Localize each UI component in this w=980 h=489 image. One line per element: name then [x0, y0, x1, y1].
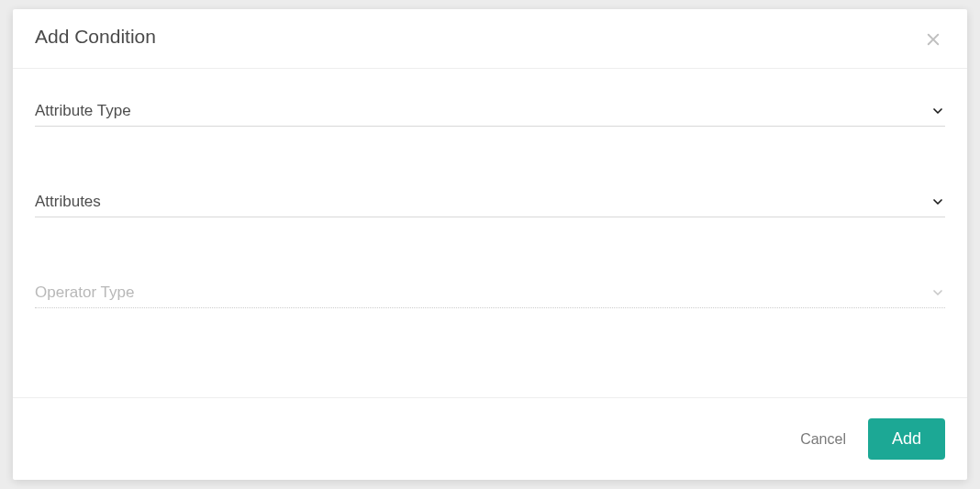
modal-header: Add Condition	[13, 9, 967, 69]
attribute-type-select[interactable]: Attribute Type	[35, 102, 945, 127]
cancel-button[interactable]: Cancel	[800, 431, 846, 448]
modal-body: Attribute Type Attributes Operator Type	[13, 69, 967, 397]
add-button[interactable]: Add	[868, 418, 945, 460]
add-condition-modal: Add Condition Attribute Type Attributes	[13, 9, 967, 480]
modal-title: Add Condition	[35, 26, 156, 48]
close-icon[interactable]	[921, 28, 945, 51]
operator-type-label: Operator Type	[35, 283, 134, 302]
attributes-label: Attributes	[35, 193, 101, 211]
attributes-select[interactable]: Attributes	[35, 193, 945, 217]
chevron-down-icon	[930, 285, 945, 300]
chevron-down-icon	[930, 194, 945, 209]
attribute-type-label: Attribute Type	[35, 102, 131, 120]
operator-type-select: Operator Type	[35, 283, 945, 308]
modal-footer: Cancel Add	[13, 397, 967, 480]
chevron-down-icon	[930, 104, 945, 118]
